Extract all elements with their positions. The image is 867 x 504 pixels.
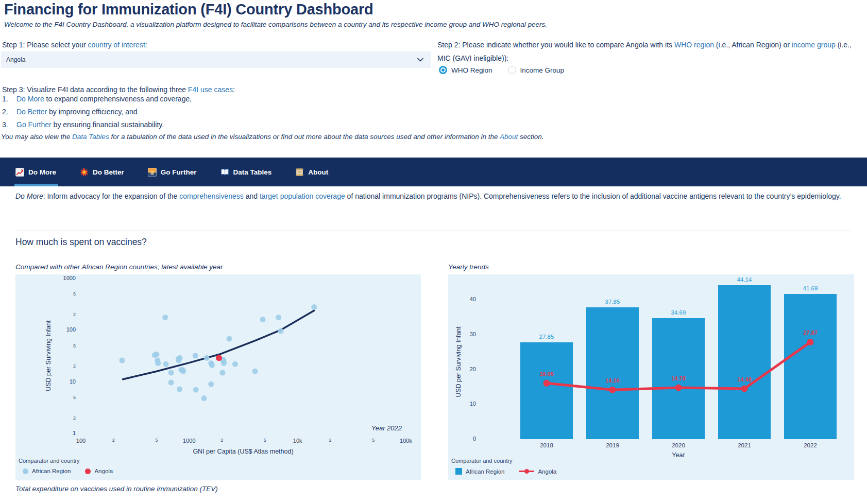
text-segment: country of interest	[88, 41, 145, 49]
legend-item-african-region[interactable]: African Region	[455, 468, 504, 475]
chart-caption: Total expenditure on vaccines used in ro…	[15, 485, 218, 493]
radio-label: WHO Region	[451, 66, 492, 74]
legend-swatch	[455, 468, 462, 475]
line-overlay	[448, 274, 854, 480]
open-book-icon	[220, 168, 229, 177]
scatter-point[interactable]	[177, 387, 182, 392]
x-tick-label: 100	[65, 438, 96, 444]
tab-go-further[interactable]: Go Further	[148, 158, 197, 186]
legend-label: Angola	[94, 468, 113, 474]
scatter-point[interactable]	[276, 315, 281, 320]
scatter-point[interactable]	[168, 370, 174, 376]
line-point-2018[interactable]	[543, 380, 550, 387]
text-segment: Step 3: Visualize F4I data according to …	[2, 85, 188, 94]
chart-increasing-icon	[15, 168, 24, 177]
x-category-label: 2019	[586, 442, 639, 448]
x-category-label: 2018	[520, 442, 573, 448]
scatter-point[interactable]	[221, 360, 227, 366]
scatter-point[interactable]	[209, 362, 215, 368]
scatter-point[interactable]	[162, 315, 168, 320]
legend: African RegionAngola	[23, 468, 113, 474]
collision-icon	[80, 168, 89, 177]
text-segment: by ensuring financial sustainability.	[52, 120, 164, 129]
legend-title: Comparator and country	[451, 458, 513, 464]
scatter-point[interactable]	[208, 381, 214, 387]
legend-item-angola[interactable]: Angola	[519, 468, 556, 475]
use-case-number: 2.	[2, 108, 9, 116]
step1-label: Step 1: Please select your country of in…	[2, 38, 147, 51]
legend-label: African Region	[466, 468, 504, 475]
line-value-label: 14.16	[592, 377, 633, 384]
scatter-point[interactable]	[252, 369, 258, 374]
x-axis-title: GNI per Capita (US$ Atlas method)	[166, 448, 320, 455]
tab-do-more[interactable]: Do More	[15, 158, 56, 186]
scatter-point[interactable]	[154, 352, 160, 357]
radio-button-icon[interactable]	[439, 66, 447, 74]
scatter-point[interactable]	[193, 387, 199, 393]
y-tick-label: 2	[18, 415, 76, 421]
legend-item-angola[interactable]: Angola	[85, 468, 113, 474]
x-tick-label: 10k	[282, 438, 313, 444]
text-segment: comprehensiveness	[179, 192, 244, 200]
scatter-point[interactable]	[204, 355, 210, 361]
comparator-radio-group: WHO RegionIncome Group	[439, 66, 564, 74]
text-segment: Do Better	[16, 108, 47, 116]
line-value-label: 14.78	[658, 375, 699, 381]
legend-swatch	[85, 468, 91, 474]
text-segment: (i.e., African Region) or	[714, 41, 792, 49]
line-point-2021[interactable]	[741, 386, 748, 392]
scatter-point[interactable]	[201, 395, 207, 401]
nav-bar: Do MoreDo BetterGo FurtherData TablesAbo…	[0, 158, 867, 186]
x-category-label: 2022	[784, 442, 837, 448]
trend-line	[123, 310, 314, 379]
bar-chart-title: Yearly trends	[448, 263, 489, 271]
scatter-point[interactable]	[193, 353, 198, 359]
scatter-point[interactable]	[278, 328, 284, 334]
use-case-number: 1.	[2, 95, 9, 103]
use-case-description: Do More: Inform advocacy for the expansi…	[15, 189, 847, 203]
line-point-2022[interactable]	[807, 339, 814, 345]
x-tick-label: 2	[315, 438, 346, 443]
tab-label: About	[308, 168, 328, 176]
tab-data-tables[interactable]: Data Tables	[220, 158, 272, 186]
scatter-point[interactable]	[155, 360, 161, 366]
country-select-dropdown[interactable]: Angola	[1, 51, 431, 68]
x-category-label: 2021	[718, 442, 771, 448]
radio-who-region[interactable]: WHO Region	[439, 66, 492, 74]
text-segment: Go Further	[16, 120, 52, 129]
legend-label: African Region	[32, 468, 71, 474]
y-tick-label: 5	[18, 395, 76, 400]
radio-label: Income Group	[520, 66, 565, 74]
tab-do-better[interactable]: Do Better	[80, 158, 124, 186]
use-case-text: Go Further by ensuring financial sustain…	[16, 121, 164, 129]
line-point-2019[interactable]	[609, 387, 616, 393]
scatter-point[interactable]	[163, 361, 169, 367]
scatter-point[interactable]	[227, 336, 232, 342]
footnote: You may also view the Data Tables for a …	[1, 133, 543, 141]
scatter-point[interactable]	[180, 369, 186, 374]
divider	[15, 231, 851, 231]
y-tick-label: 2	[18, 312, 76, 317]
radio-button-icon[interactable]	[508, 66, 516, 74]
legend-title: Comparator and country	[19, 458, 80, 464]
scatter-point[interactable]	[311, 304, 317, 310]
angola-point[interactable]	[216, 355, 222, 361]
scatter-point[interactable]	[120, 358, 125, 363]
y-tick-label: 1	[18, 430, 76, 436]
scatter-point[interactable]	[168, 380, 174, 386]
line-point-2020[interactable]	[675, 385, 682, 391]
scatter-point[interactable]	[260, 317, 266, 322]
page-subtitle: Welcome to the F4I Country Dashboard, a …	[4, 21, 547, 28]
legend-item-african-region[interactable]: African Region	[23, 468, 71, 474]
year-annotation: Year 2022	[319, 424, 402, 432]
radio-income-group[interactable]: Income Group	[508, 66, 565, 74]
y-tick-label: 5	[18, 291, 76, 297]
scatter-point[interactable]	[220, 370, 226, 376]
scatter-point[interactable]	[177, 355, 183, 361]
scatter-point[interactable]	[232, 361, 238, 367]
use-case-number: 3.	[2, 121, 9, 129]
x-tick-label: 5	[249, 438, 280, 443]
tab-about[interactable]: About	[295, 158, 328, 186]
angola-trend-line	[547, 342, 810, 390]
scroll-icon	[295, 168, 304, 177]
